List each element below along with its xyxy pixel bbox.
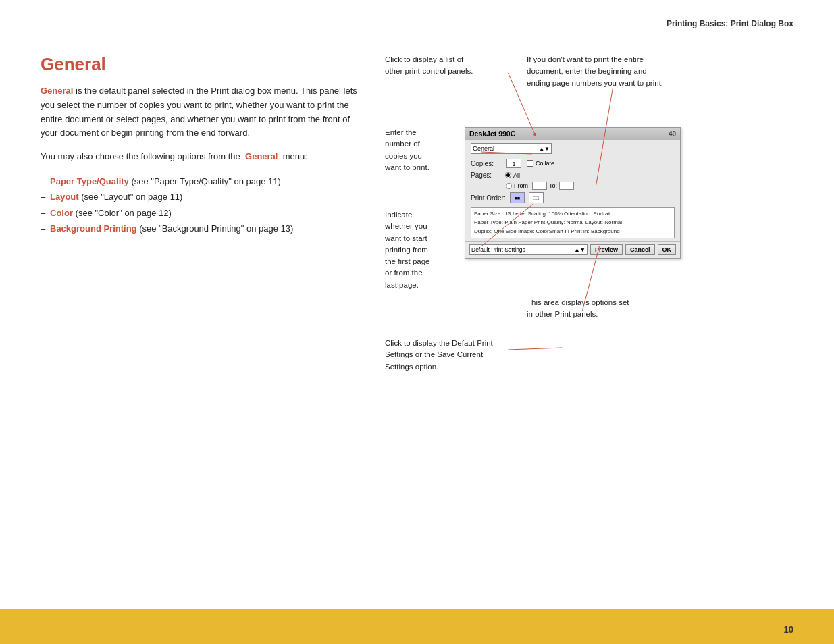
dialog-panel-label: General bbox=[473, 145, 494, 152]
bullet-item-1: Paper Type/Quality (see "Paper Type/Qual… bbox=[41, 173, 365, 189]
radio-all-dot[interactable] bbox=[505, 172, 511, 178]
order-icon-1[interactable]: ■■ bbox=[510, 192, 525, 203]
bullet-link-2[interactable]: Layout bbox=[50, 192, 79, 202]
content-area: General General is the default panel sel… bbox=[41, 54, 793, 590]
to-input[interactable] bbox=[559, 182, 574, 190]
intro-highlight: General bbox=[41, 86, 73, 96]
section-title: General bbox=[41, 54, 365, 75]
page-header: Printing Basics: Print Dialog Box bbox=[667, 19, 793, 28]
copies-input[interactable]: 1 bbox=[506, 159, 521, 168]
dialog-summary: Paper Size: US Letter Scaling: 100% Orie… bbox=[471, 207, 675, 238]
dialog-select-arrow: ▲▼ bbox=[539, 146, 550, 152]
dialog-ok-btn[interactable]: OK bbox=[658, 244, 677, 255]
summary-line-1: Paper Size: US Letter Scaling: 100% Orie… bbox=[474, 210, 671, 219]
bullet-item-4: Background Printing (see "Background Pri… bbox=[41, 221, 365, 236]
intro-paragraph: General is the default panel selected in… bbox=[41, 84, 365, 140]
intro-text: is the default panel selected in the Pri… bbox=[41, 86, 357, 138]
bullet-link-1[interactable]: Paper Type/Quality bbox=[50, 176, 129, 186]
radio-from[interactable]: From bbox=[506, 182, 528, 189]
bullet-rest-3: (see "Color" on page 12) bbox=[76, 208, 172, 218]
to-label: To: bbox=[549, 182, 557, 189]
callout-if-not-entire-text: If you don't want to print the entiredoc… bbox=[527, 55, 663, 87]
second-para-end: menu: bbox=[283, 151, 307, 161]
callout-enter-number: Enter thenumber ofcopies youwant to prin… bbox=[385, 127, 459, 173]
footer-bar bbox=[0, 609, 834, 644]
svg-line-5 bbox=[509, 348, 563, 350]
callout-click-default: Click to display the Defaut PrintSetting… bbox=[385, 338, 503, 373]
print-order-label: Print Order: bbox=[471, 194, 506, 202]
second-para-text: You may also choose the following option… bbox=[41, 151, 240, 161]
dialog-titlebar: DeskJet 990C 40 bbox=[465, 128, 680, 140]
dialog-bottom-row: Default Print Settings ▲▼ Preview Cancel… bbox=[465, 241, 680, 258]
page: Printing Basics: Print Dialog Box Genera… bbox=[0, 0, 834, 644]
collate-checkbox[interactable] bbox=[527, 160, 533, 167]
print-order-row: Print Order: ■■ □□ bbox=[465, 191, 680, 205]
callout-click-default-text: Click to display the Defaut PrintSetting… bbox=[385, 339, 493, 371]
dialog-cancel-btn[interactable]: Cancel bbox=[625, 244, 655, 255]
callout-click-display: Click to display a list ofother print-co… bbox=[385, 54, 500, 78]
from-to: To: bbox=[532, 182, 574, 190]
dialog-title: DeskJet 990C bbox=[469, 130, 515, 138]
radio-from-label: From bbox=[514, 182, 528, 189]
order-icon-2[interactable]: □□ bbox=[529, 192, 544, 203]
bullet-item-2: Layout (see "Layout" on page 11) bbox=[41, 189, 365, 205]
radio-all[interactable]: All bbox=[505, 172, 520, 179]
dialog-bottom-select[interactable]: Default Print Settings ▲▼ bbox=[469, 244, 588, 255]
dialog-panel-row: General ▲▼ bbox=[465, 140, 680, 157]
summary-line-3: Duplex: One Side Image: ColorSmart III P… bbox=[474, 227, 671, 236]
callout-indicate: Indicatewhether youwant to startprinting… bbox=[385, 209, 463, 291]
callout-this-area: This area displays options setin other P… bbox=[527, 297, 662, 321]
callout-if-not-entire: If you don't want to print the entiredoc… bbox=[527, 54, 675, 89]
collate-check[interactable]: Collate bbox=[527, 160, 554, 167]
bullet-link-3[interactable]: Color bbox=[50, 208, 73, 218]
callout-click-display-text: Click to display a list ofother print-co… bbox=[385, 55, 473, 75]
collate-label: Collate bbox=[536, 160, 554, 167]
pages-label: Pages: bbox=[471, 171, 501, 179]
header-title: Printing Basics: Print Dialog Box bbox=[667, 19, 793, 28]
copies-row: Copies: 1 Collate bbox=[465, 157, 680, 170]
radio-from-dot[interactable] bbox=[506, 183, 512, 189]
copies-label: Copies: bbox=[471, 160, 501, 167]
from-input[interactable] bbox=[532, 182, 547, 190]
radio-all-label: All bbox=[513, 172, 520, 179]
bullet-rest-2: (see "Layout" on page 11) bbox=[81, 192, 182, 202]
bullet-link-4[interactable]: Background Printing bbox=[50, 223, 137, 234]
dialog-bottom-arrow: ▲▼ bbox=[574, 246, 585, 253]
bullet-rest-4: (see "Background Printing" on page 13) bbox=[139, 223, 293, 234]
pages-row: Pages: All bbox=[465, 170, 680, 180]
pages-from-row: From To: bbox=[465, 180, 680, 191]
callout-this-area-text: This area displays options setin other P… bbox=[527, 298, 629, 318]
dialog-preview-btn[interactable]: Preview bbox=[590, 244, 623, 255]
second-para-highlight: General bbox=[245, 151, 278, 161]
bullet-rest-1: (see "Paper Type/Quality" on page 11) bbox=[131, 176, 280, 186]
bullet-item-3: Color (see "Color" on page 12) bbox=[41, 205, 365, 221]
page-number: 10 bbox=[784, 624, 793, 635]
dialog-panel-select[interactable]: General ▲▼ bbox=[471, 143, 552, 154]
summary-line-2: Paper Type: Plain Paper Print Quality: N… bbox=[474, 219, 671, 227]
left-column: General General is the default panel sel… bbox=[41, 54, 365, 237]
dialog-bottom-select-label: Default Print Settings bbox=[471, 246, 525, 253]
callout-indicate-text: Indicatewhether youwant to startprinting… bbox=[385, 211, 429, 289]
callout-enter-number-text: Enter thenumber ofcopies youwant to prin… bbox=[385, 128, 429, 171]
second-paragraph: You may also choose the following option… bbox=[41, 150, 365, 164]
bullet-list: Paper Type/Quality (see "Paper Type/Qual… bbox=[41, 173, 365, 237]
dialog-mockup: DeskJet 990C 40 General ▲▼ Copies: 1 bbox=[465, 127, 681, 259]
dialog-page-num: 40 bbox=[669, 130, 676, 138]
